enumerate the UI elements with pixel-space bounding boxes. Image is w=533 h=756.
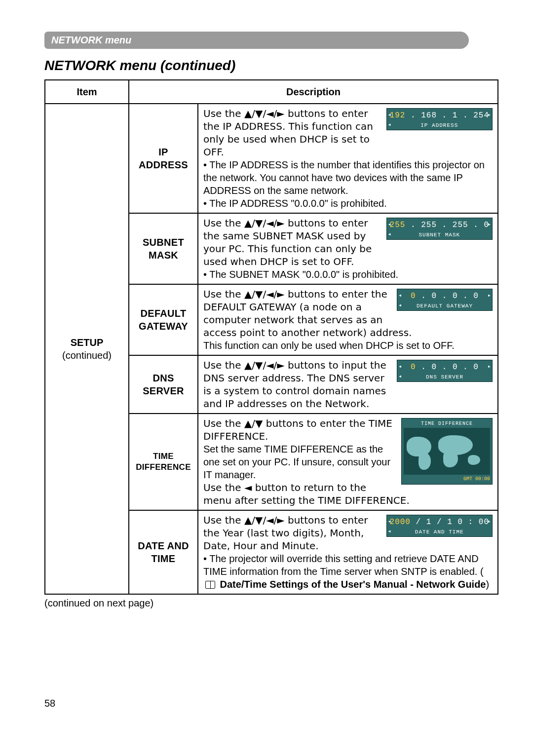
arrow-right-icon: ▸ — [488, 518, 491, 526]
arrow-left-icon: ◂ — [398, 292, 402, 300]
row-label-subnet-mask: SUBNET MASK — [129, 213, 198, 284]
continued-note: (continued on next page) — [44, 598, 498, 609]
arrow-left-icon: ◂ — [388, 121, 391, 129]
arrow-right-icon: ▸ — [488, 112, 491, 119]
arrow-right-icon: ▸ — [488, 221, 491, 229]
row-label-date-and-time: DATE AND TIME — [129, 510, 198, 594]
row-label-time-difference: TIME DIFFERENCE — [129, 414, 198, 510]
osd-dns-server: ◂ ▸ ◂ 0 . 0 . 0 . 0 DNS SERVER — [397, 360, 493, 382]
row-desc-date-and-time: ◂ ▸ ◂ 2000 / 1 / 1 0 : 00 DATE AND TIME … — [198, 510, 498, 594]
osd-subnet-mask: ◂ ▸ ◂ 255 . 255 . 255 . 0 SUBNET MASK — [386, 218, 493, 240]
row-desc-time-difference: TIME DIFFERENCE GMT 00:00 Use the ▲/▼ bu… — [198, 414, 498, 510]
row-label-ip-address: IP ADDRESS — [129, 104, 198, 213]
table-header-description: Description — [129, 80, 498, 104]
settings-table: Item Description SETUP (continued) IP AD… — [44, 79, 498, 595]
world-map-icon — [404, 428, 490, 475]
page-number: 58 — [44, 698, 498, 709]
arrow-left-icon: ◂ — [398, 373, 402, 381]
osd-default-gateway: ◂ ▸ ◂ 0 . 0 . 0 . 0 DEFAULT GATEWAY — [397, 289, 493, 311]
row-desc-default-gateway: ◂ ▸ ◂ 0 . 0 . 0 . 0 DEFAULT GATEWAY Use … — [198, 284, 498, 355]
arrow-left-icon: ◂ — [398, 363, 402, 371]
osd-time-difference-map: TIME DIFFERENCE GMT 00:00 — [401, 418, 493, 485]
section-heading: NETWORK menu (continued) — [44, 58, 498, 74]
arrow-right-icon: ▸ — [488, 292, 491, 300]
book-icon — [205, 581, 215, 589]
arrow-left-icon: ◂ — [388, 528, 391, 536]
osd-date-and-time: ◂ ▸ ◂ 2000 / 1 / 1 0 : 00 DATE AND TIME — [386, 515, 493, 537]
osd-ip-address: ◂ ▸ ◂ 192 . 168 . 1 . 254 IP ADDRESS — [386, 108, 493, 130]
menu-tab: NETWORK menu — [44, 32, 469, 49]
row-desc-dns-server: ◂ ▸ ◂ 0 . 0 . 0 . 0 DNS SERVER Use the ▲… — [198, 355, 498, 414]
arrow-left-icon: ◂ — [388, 231, 391, 239]
row-desc-subnet-mask: ◂ ▸ ◂ 255 . 255 . 255 . 0 SUBNET MASK Us… — [198, 213, 498, 284]
row-label-default-gateway: DEFAULT GATEWAY — [129, 284, 198, 355]
arrow-right-icon: ▸ — [488, 363, 491, 371]
arrow-left-icon: ◂ — [398, 302, 402, 310]
group-item-setup: SETUP (continued) — [45, 104, 129, 594]
row-label-dns-server: DNS SERVER — [129, 355, 198, 414]
table-header-item: Item — [45, 80, 129, 104]
row-desc-ip-address: ◂ ▸ ◂ 192 . 168 . 1 . 254 IP ADDRESS Use… — [198, 104, 498, 213]
